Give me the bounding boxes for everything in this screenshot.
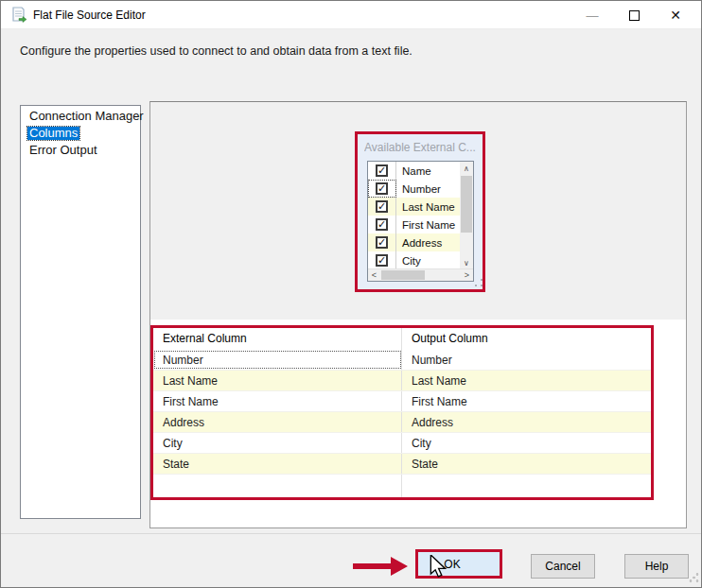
- available-columns-list: ✓ Name ✓ Number ✓ Last Name ✓ First Name…: [367, 161, 474, 282]
- available-column-row[interactable]: ✓ First Name: [368, 216, 460, 233]
- table-row[interactable]: State State: [153, 454, 651, 475]
- table-header-row: External Column Output Column: [153, 328, 651, 350]
- table-row[interactable]: City City: [153, 433, 651, 454]
- document-icon: [10, 7, 27, 24]
- external-column-header[interactable]: External Column: [153, 328, 402, 350]
- checkbox-checked[interactable]: ✓: [376, 182, 388, 195]
- checkbox-checked[interactable]: ✓: [376, 236, 388, 249]
- window-resize-grip-icon[interactable]: [688, 572, 699, 583]
- horizontal-scrollbar[interactable]: < >: [368, 268, 473, 281]
- minimize-icon: —: [587, 9, 599, 23]
- checkbox-checked[interactable]: ✓: [376, 218, 388, 231]
- pages-list: Connection Manager Columns Error Output: [20, 105, 141, 519]
- check-icon: ✓: [377, 238, 386, 247]
- vertical-scrollbar[interactable]: ∧ ∨: [460, 162, 473, 269]
- cancel-button[interactable]: Cancel: [531, 554, 595, 579]
- dialog-description: Configure the properties used to connect…: [20, 44, 412, 58]
- checkbox-checked[interactable]: ✓: [376, 164, 388, 177]
- checkbox-checked[interactable]: ✓: [376, 200, 388, 213]
- check-icon: ✓: [377, 184, 386, 193]
- minimize-button[interactable]: —: [576, 1, 608, 29]
- footer-divider: [1, 533, 701, 534]
- available-column-row[interactable]: ✓ Name: [368, 162, 460, 180]
- available-column-row[interactable]: ✓ Number: [368, 180, 460, 198]
- check-icon: ✓: [377, 220, 386, 229]
- table-row[interactable]: First Name First Name: [153, 391, 651, 412]
- nav-item-error-output[interactable]: Error Output: [21, 142, 140, 159]
- checkbox-checked[interactable]: ✓: [376, 254, 388, 267]
- window-title: Flat File Source Editor: [33, 9, 146, 22]
- scroll-right-icon[interactable]: >: [461, 269, 473, 281]
- table-row[interactable]: Address Address: [153, 412, 651, 433]
- nav-item-columns[interactable]: Columns: [21, 125, 140, 142]
- check-icon: ✓: [377, 166, 386, 175]
- close-button[interactable]: ✕: [659, 1, 692, 29]
- check-icon: ✓: [377, 256, 386, 265]
- table-row[interactable]: Last Name Last Name: [153, 371, 651, 391]
- horizontal-scroll-thumb[interactable]: [381, 270, 425, 280]
- maximize-button[interactable]: [618, 1, 650, 29]
- flat-file-source-editor-dialog: Flat File Source Editor — ✕ Configure th…: [0, 0, 702, 588]
- scroll-left-icon[interactable]: <: [368, 269, 380, 281]
- table-row[interactable]: Number Number: [153, 350, 651, 371]
- scroll-down-icon[interactable]: ∨: [460, 256, 473, 269]
- maximize-icon: [629, 10, 640, 21]
- table-row-empty[interactable]: [153, 475, 651, 497]
- available-columns-rows: ✓ Name ✓ Number ✓ Last Name ✓ First Name…: [368, 162, 460, 269]
- close-icon: ✕: [670, 8, 681, 23]
- help-button[interactable]: Help: [624, 554, 689, 579]
- mouse-cursor-icon: [429, 555, 449, 578]
- resize-grip-icon[interactable]: [474, 278, 483, 287]
- output-column-header[interactable]: Output Column: [402, 328, 651, 350]
- available-column-row[interactable]: ✓ Address: [368, 233, 460, 251]
- vertical-scroll-thumb[interactable]: [461, 176, 472, 233]
- scroll-up-icon[interactable]: ∧: [460, 162, 473, 175]
- nav-item-connection-manager[interactable]: Connection Manager: [21, 108, 140, 125]
- available-columns-title: Available External C...: [364, 141, 480, 154]
- column-mapping-table: External Column Output Column Number Num…: [150, 325, 654, 500]
- available-column-row[interactable]: ✓ Last Name: [368, 198, 460, 216]
- available-column-row[interactable]: ✓ City: [368, 251, 460, 269]
- annotation-arrow-icon: [351, 555, 410, 578]
- check-icon: ✓: [377, 202, 386, 211]
